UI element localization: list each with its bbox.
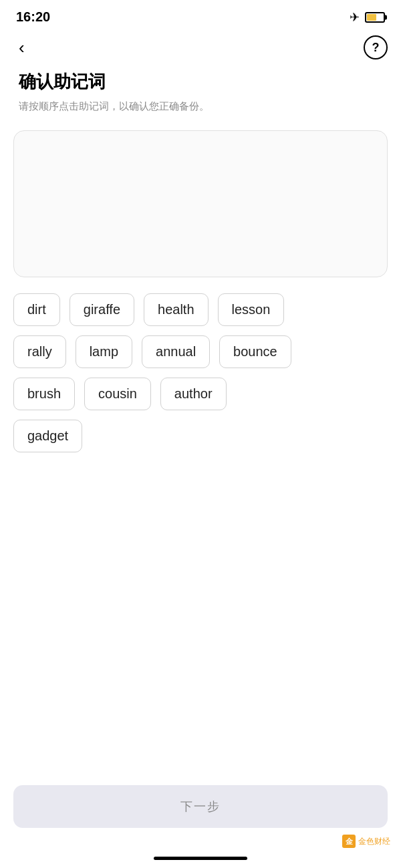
word-chip-giraffe[interactable]: giraffe [70,293,134,326]
page-subtitle: 请按顺序点击助记词，以确认您正确备份。 [19,99,382,114]
status-time: 16:20 [16,9,50,25]
words-row-1: dirtgiraffehealthlesson [13,293,388,326]
word-chip-rally[interactable]: rally [13,335,66,368]
status-bar: 16:20 ✈ [0,0,401,30]
word-chip-cousin[interactable]: cousin [84,378,151,410]
airplane-icon: ✈ [350,10,360,25]
word-chip-health[interactable]: health [144,293,209,326]
title-section: 确认助记词 请按顺序点击助记词，以确认您正确备份。 [0,70,401,130]
nav-bar: ‹ ? [0,30,401,70]
watermark-text: 金色财经 [358,836,390,847]
word-chip-author[interactable]: author [160,378,227,410]
battery-icon [365,12,385,23]
word-chip-gadget[interactable]: gadget [13,420,82,452]
help-button[interactable]: ? [364,35,388,59]
word-chip-lesson[interactable]: lesson [218,293,285,326]
watermark: 金 金色财经 [342,835,390,848]
words-row-4: gadget [13,420,388,452]
words-row-3: brushcousinauthor [13,378,388,410]
next-button[interactable]: 下一步 [13,785,388,828]
home-indicator [154,857,247,860]
words-section: dirtgiraffehealthlesson rallylampannualb… [0,293,401,452]
battery-fill [367,14,376,21]
next-button-container: 下一步 [13,785,388,828]
word-chip-lamp[interactable]: lamp [76,335,132,368]
word-chip-brush[interactable]: brush [13,378,75,410]
word-chip-dirt[interactable]: dirt [13,293,60,326]
word-chip-bounce[interactable]: bounce [219,335,291,368]
status-icons: ✈ [350,10,385,25]
watermark-icon: 金 [342,835,356,848]
words-row-2: rallylampannualbounce [13,335,388,368]
word-chip-annual[interactable]: annual [142,335,210,368]
phrase-input-area[interactable] [13,130,388,277]
page-title: 确认助记词 [19,70,382,94]
back-button[interactable]: ‹ [13,36,30,59]
